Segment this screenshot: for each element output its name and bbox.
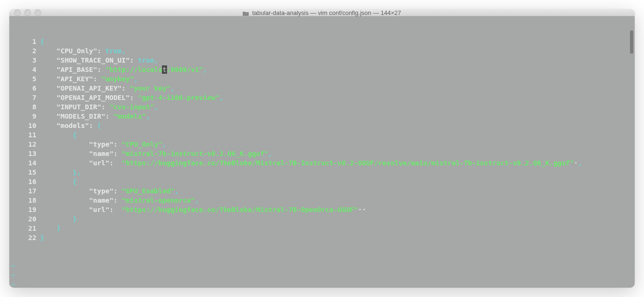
- line-number: 21: [9, 224, 40, 233]
- line-number: 11: [9, 130, 40, 140]
- line-number: 22: [9, 233, 40, 242]
- line-number: 16: [9, 177, 40, 186]
- titlebar[interactable]: tabular-data-analysis — vim conf/config.…: [9, 9, 635, 16]
- window-title: tabular-data-analysis — vim conf/config.…: [9, 9, 635, 16]
- line-number: 5: [9, 74, 40, 84]
- line-content[interactable]: "name": "mistral-7b-instruct-v0.2.Q6_K.g…: [40, 149, 635, 158]
- cursor: t: [162, 66, 167, 73]
- line-number: 20: [9, 214, 40, 224]
- line-content[interactable]: "url": "https://huggingface.co/TheBloke/…: [40, 205, 635, 214]
- editor-body[interactable]: 1{2 "CPU_Only": true,3 "SHOW_TRACE_ON_UI…: [9, 16, 635, 288]
- code-line[interactable]: 12 "type": "CPU_Only",: [9, 140, 635, 149]
- line-number: 6: [9, 84, 40, 93]
- line-content[interactable]: "API_KEY": "anykey",: [40, 74, 635, 84]
- code-line[interactable]: 15 },: [9, 168, 635, 177]
- code-line[interactable]: 1{: [9, 37, 635, 46]
- code-line[interactable]: 2 "CPU_Only": true,: [9, 46, 635, 56]
- terminal-window: tabular-data-analysis — vim conf/config.…: [9, 9, 635, 288]
- code-line[interactable]: 4 "API_BASE": "http://localst:8080/v1",: [9, 65, 635, 74]
- line-content[interactable]: }: [40, 233, 635, 242]
- line-number: 18: [9, 196, 40, 205]
- empty-line-tilde: ~: [9, 280, 635, 288]
- line-number: 1: [9, 37, 40, 46]
- line-content[interactable]: "OPENAI_API_KEY": "your key",: [40, 84, 635, 93]
- code-line[interactable]: 13 "name": "mistral-7b-instruct-v0.2.Q6_…: [9, 149, 635, 158]
- code-area[interactable]: 1{2 "CPU_Only": true,3 "SHOW_TRACE_ON_UI…: [9, 37, 635, 242]
- scrollbar[interactable]: [630, 30, 633, 54]
- code-line[interactable]: 14 "url": "https://huggingface.co/TheBlo…: [9, 158, 635, 168]
- code-line[interactable]: 17 "type": "GPU_Enabled",: [9, 186, 635, 196]
- line-content[interactable]: {: [40, 37, 635, 46]
- line-content[interactable]: "models": [: [40, 121, 635, 130]
- line-content[interactable]: "OPENAI_API_MODEL": "gpt-4-1106-preview"…: [40, 93, 635, 102]
- line-content[interactable]: "SHOW_TRACE_ON_UI": true,: [40, 56, 635, 65]
- line-content[interactable]: }: [40, 214, 635, 224]
- line-number: 12: [9, 140, 40, 149]
- line-number: 17: [9, 186, 40, 196]
- line-content[interactable]: "name": "mistral-openorca",: [40, 196, 635, 205]
- code-line[interactable]: 16 {: [9, 177, 635, 186]
- code-line[interactable]: 5 "API_KEY": "anykey",: [9, 74, 635, 84]
- line-content[interactable]: {: [40, 177, 635, 186]
- code-line[interactable]: 18 "name": "mistral-openorca",: [9, 196, 635, 205]
- line-content[interactable]: "MODELS_DIR": "models",: [40, 112, 635, 121]
- line-content[interactable]: "CPU_Only": true,: [40, 46, 635, 56]
- close-button[interactable]: [14, 9, 21, 16]
- line-content[interactable]: },: [40, 168, 635, 177]
- line-content[interactable]: "type": "CPU_Only",: [40, 140, 635, 149]
- code-line[interactable]: 3 "SHOW_TRACE_ON_UI": true,: [9, 56, 635, 65]
- code-line[interactable]: 21 ]: [9, 224, 635, 233]
- traffic-lights: [14, 9, 41, 16]
- line-content[interactable]: ]: [40, 224, 635, 233]
- tilde-area: ~~~~: [9, 261, 635, 288]
- code-line[interactable]: 8 "INPUT_DIR": "cvs-input",: [9, 102, 635, 112]
- code-line[interactable]: 9 "MODELS_DIR": "models",: [9, 112, 635, 121]
- code-line[interactable]: 22}: [9, 233, 635, 242]
- line-number: 2: [9, 46, 40, 56]
- line-content[interactable]: {: [40, 130, 635, 140]
- line-number: 8: [9, 102, 40, 112]
- line-number: 4: [9, 65, 40, 74]
- line-number: 13: [9, 149, 40, 158]
- line-number: 14: [9, 158, 40, 168]
- code-line[interactable]: 6 "OPENAI_API_KEY": "your key",: [9, 84, 635, 93]
- line-number: 7: [9, 93, 40, 102]
- empty-line-tilde: ~: [9, 270, 635, 280]
- line-content[interactable]: "type": "GPU_Enabled",: [40, 186, 635, 196]
- folder-icon: [243, 10, 249, 15]
- window-title-text: tabular-data-analysis — vim conf/config.…: [252, 9, 401, 16]
- code-line[interactable]: 10 "models": [: [9, 121, 635, 130]
- line-number: 3: [9, 56, 40, 65]
- code-line[interactable]: 7 "OPENAI_API_MODEL": "gpt-4-1106-previe…: [9, 93, 635, 102]
- empty-line-tilde: ~: [9, 261, 635, 270]
- line-number: 15: [9, 168, 40, 177]
- code-line[interactable]: 19 "url": "https://huggingface.co/TheBlo…: [9, 205, 635, 214]
- code-line[interactable]: 11 {: [9, 130, 635, 140]
- line-content[interactable]: "API_BASE": "http://localst:8080/v1",: [40, 65, 635, 74]
- minimize-button[interactable]: [24, 9, 31, 16]
- line-number: 10: [9, 121, 40, 130]
- line-content[interactable]: "url": "https://huggingface.co/TheBloke/…: [40, 158, 635, 168]
- maximize-button[interactable]: [35, 9, 41, 16]
- line-number: 19: [9, 205, 40, 214]
- code-line[interactable]: 20 }: [9, 214, 635, 224]
- line-content[interactable]: "INPUT_DIR": "cvs-input",: [40, 102, 635, 112]
- line-number: 9: [9, 112, 40, 121]
